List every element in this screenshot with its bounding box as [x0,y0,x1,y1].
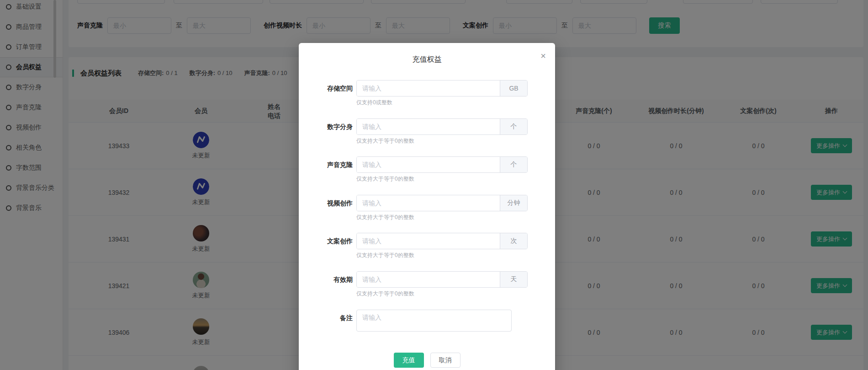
field-label: 数字分身 [299,118,353,135]
unit-suffix: 个 [500,157,527,172]
field-hint: 仅支持大于等于0的整数 [356,214,528,221]
field-copywriting: 文案创作 次 仅支持大于等于0的整数 [299,233,528,259]
recharge-rights-modal: 充值权益 × 存储空间 GB 仅支持0或整数 数字分身 个 仅支持大于等于0的整… [299,43,555,370]
recharge-confirm-button[interactable]: 充值 [394,353,424,368]
remark-textarea[interactable] [356,310,512,332]
field-digital-avatar: 数字分身 个 仅支持大于等于0的整数 [299,118,528,145]
field-hint: 仅支持大于等于0的整数 [356,252,528,259]
video-creation-input[interactable] [357,195,500,211]
unit-suffix: 分钟 [500,195,527,211]
unit-suffix: GB [500,80,527,96]
digital-avatar-input[interactable] [357,119,500,134]
unit-suffix: 次 [500,233,527,249]
field-validity: 有效期 天 仅支持大于等于0的整数 [299,271,528,298]
field-label: 文案创作 [299,233,353,249]
field-label: 视频创作 [299,195,353,211]
unit-suffix: 个 [500,119,527,134]
field-hint: 仅支持0或整数 [356,99,528,107]
field-storage: 存储空间 GB 仅支持0或整数 [299,80,528,107]
field-label: 声音克隆 [299,156,353,173]
storage-input[interactable] [357,80,500,96]
copywriting-input[interactable] [357,233,500,249]
validity-input[interactable] [357,272,500,287]
field-voice-clone: 声音克隆 个 仅支持大于等于0的整数 [299,156,528,183]
field-remark: 备注 [299,310,512,333]
field-label: 有效期 [299,271,353,288]
cancel-button[interactable]: 取消 [430,353,460,368]
unit-suffix: 天 [500,272,527,287]
field-hint: 仅支持大于等于0的整数 [356,137,528,145]
field-video-creation: 视频创作 分钟 仅支持大于等于0的整数 [299,195,528,221]
field-label: 备注 [299,310,353,326]
field-hint: 仅支持大于等于0的整数 [356,175,528,183]
modal-title: 充值权益 [299,55,555,64]
modal-footer: 充值 取消 [299,353,555,368]
field-label: 存储空间 [299,80,353,97]
field-hint: 仅支持大于等于0的整数 [356,290,528,298]
voice-clone-input[interactable] [357,157,500,172]
close-icon[interactable]: × [540,51,546,60]
